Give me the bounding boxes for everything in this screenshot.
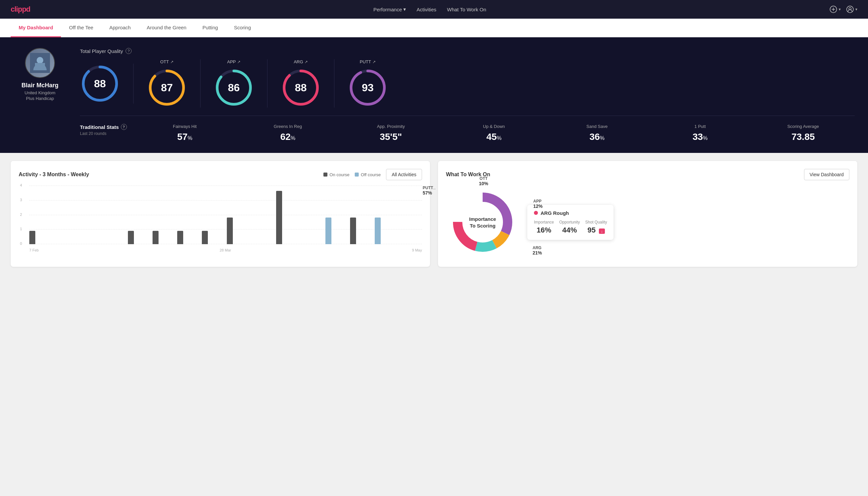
score-arg-value: 88 (295, 82, 307, 94)
bar-oncourse (153, 231, 159, 244)
bar-offcourse (326, 218, 331, 244)
trend-icon: ↗ (170, 60, 174, 64)
chevron-down-icon: ▾ (839, 7, 841, 12)
svg-rect-7 (35, 63, 45, 70)
logo: clippd (11, 5, 30, 14)
tab-my-dashboard[interactable]: My Dashboard (11, 19, 61, 37)
bar-group (227, 218, 250, 244)
x-labels: 7 Feb 28 Mar 9 May (29, 248, 422, 252)
bar-group (103, 244, 126, 244)
stat-greens-in-reg: Greens In Reg 62% (236, 124, 339, 142)
stat-items: Fairways Hit 57% Greens In Reg 62% App. … (133, 124, 855, 142)
score-putt-label: PUTT ↗ (360, 59, 376, 64)
arg-stat-shot-quality: Shot Quality 95 ↓ (585, 220, 607, 234)
bar-group (29, 231, 52, 244)
help-icon[interactable]: ? (126, 48, 131, 54)
legend-off-course: Off course (355, 172, 381, 177)
bar-group (54, 244, 77, 244)
bar-oncourse (350, 218, 356, 244)
stat-value: 35'5" (340, 131, 442, 142)
svg-point-6 (37, 57, 43, 64)
bar-group (399, 244, 422, 244)
wtwo-inner: ImportanceTo Scoring PUTT 57% OTT 10% AP… (446, 186, 849, 259)
arg-stat-importance: Importance 16% (534, 220, 554, 234)
hero-section: Blair McHarg United Kingdom Plus Handica… (0, 37, 868, 153)
score-app-value: 86 (228, 82, 240, 94)
stat-scoring-average: Scoring Average 73.85 (752, 124, 855, 142)
score-circles: 88 OTT ↗ 87 (80, 59, 855, 108)
nav-activities[interactable]: Activities (417, 7, 436, 12)
bar-group (177, 231, 200, 244)
arg-stat-label: Shot Quality (585, 220, 607, 224)
score-ott: OTT ↗ 87 (133, 59, 201, 108)
bar-group (375, 218, 397, 244)
score-app: APP ↗ 86 (201, 59, 267, 108)
donut-center-label: ImportanceTo Scoring (469, 216, 496, 229)
trend-icon: ↗ (304, 60, 308, 64)
arg-annotation: ARG 21% (533, 246, 542, 255)
stat-value: 62% (236, 131, 339, 142)
stat-value: 33% (648, 131, 752, 142)
score-arg-label: ARG ↗ (294, 59, 308, 64)
app-annotation: APP 12% (533, 199, 542, 209)
score-arg: ARG ↗ 88 (267, 59, 334, 108)
x-label-may: 9 May (412, 248, 422, 252)
score-ott-value: 87 (161, 82, 173, 94)
stat-label: 1 Putt (648, 124, 752, 129)
arg-popup: ARG Rough Importance 16% Opportunity 44%… (527, 205, 614, 240)
bar-oncourse (128, 231, 134, 244)
help-icon-trad[interactable]: ? (121, 124, 127, 130)
score-tpq: 88 (80, 64, 133, 104)
bar-group (276, 191, 299, 244)
bar-group (251, 244, 274, 244)
arg-stat-value: 44% (559, 226, 580, 234)
nav-performance[interactable]: Performance ▾ (373, 6, 406, 12)
x-label-mar: 28 Mar (220, 248, 231, 252)
tab-around-the-green[interactable]: Around the Green (139, 19, 194, 37)
arg-stat-opportunity: Opportunity 44% (559, 220, 580, 234)
tab-scoring[interactable]: Scoring (226, 19, 259, 37)
stat-label: Up & Down (442, 124, 545, 129)
scores-section: Total Player Quality ? 88 (80, 48, 855, 142)
trend-icon: ↗ (237, 60, 240, 64)
tab-bar: My Dashboard Off the Tee Approach Around… (0, 19, 868, 37)
activity-legend: On course Off course (323, 172, 381, 177)
all-activities-button[interactable]: All Activities (386, 169, 422, 180)
shot-quality-badge: ↓ (599, 229, 605, 234)
x-label-feb: 7 Feb (29, 248, 38, 252)
stat-value: 57% (133, 131, 236, 142)
nav-what-to-work-on[interactable]: What To Work On (447, 7, 486, 12)
donut-chart: ImportanceTo Scoring (446, 186, 519, 259)
stat-label: Fairways Hit (133, 124, 236, 129)
svg-point-3 (847, 6, 853, 13)
add-button[interactable]: ▾ (830, 5, 841, 13)
stat-label: Greens In Reg (236, 124, 339, 129)
score-tpq-value: 88 (94, 77, 106, 90)
bar-group (350, 218, 373, 244)
bar-group (301, 244, 323, 244)
stat-one-putt: 1 Putt 33% (648, 124, 752, 142)
player-handicap: Plus Handicap (26, 96, 54, 101)
arg-stat-label: Opportunity (559, 220, 580, 224)
bar-oncourse (227, 218, 233, 244)
tab-off-the-tee[interactable]: Off the Tee (61, 19, 101, 37)
tab-putting[interactable]: Putting (194, 19, 226, 37)
view-dashboard-button[interactable]: View Dashboard (804, 169, 849, 180)
trend-icon: ↗ (373, 60, 376, 64)
bar-oncourse (202, 231, 208, 244)
trad-stats-sublabel: Last 20 rounds (80, 131, 133, 136)
arg-popup-dot (534, 211, 538, 215)
score-ott-label: OTT ↗ (160, 59, 174, 64)
score-putt: PUTT ↗ 93 (334, 59, 401, 108)
bar-oncourse (177, 231, 183, 244)
user-menu[interactable]: ▾ (846, 5, 857, 13)
bar-oncourse (276, 191, 282, 244)
ott-annotation: OTT 10% (479, 176, 488, 186)
bottom-section: Activity - 3 Months - Weekly On course O… (0, 153, 868, 275)
stat-value: 36% (546, 131, 648, 142)
tab-approach[interactable]: Approach (101, 19, 139, 37)
arg-popup-title: ARG Rough (541, 210, 569, 216)
legend-on-course: On course (323, 172, 349, 177)
activity-chart: 4 3 2 1 0 7 Feb 28 Mar 9 May (19, 186, 422, 252)
nav-right: ▾ ▾ (830, 5, 857, 13)
